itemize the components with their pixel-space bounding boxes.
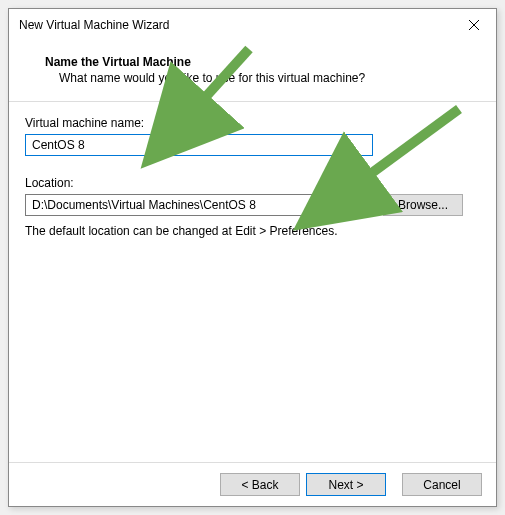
next-button[interactable]: Next > [306,473,386,496]
window-title: New Virtual Machine Wizard [19,18,462,32]
page-subtitle: What name would you like to use for this… [45,71,476,85]
close-button[interactable] [462,13,486,37]
location-input[interactable] [25,194,373,216]
location-label: Location: [25,176,480,190]
back-button[interactable]: < Back [220,473,300,496]
browse-button[interactable]: Browse... [383,194,463,216]
titlebar: New Virtual Machine Wizard [9,9,496,41]
vm-name-input[interactable] [25,134,373,156]
close-icon [469,20,479,30]
location-row: Browse... [25,194,480,216]
wizard-content: Virtual machine name: Location: Browse..… [9,102,496,462]
wizard-header: Name the Virtual Machine What name would… [9,41,496,101]
cancel-button[interactable]: Cancel [402,473,482,496]
page-title: Name the Virtual Machine [45,55,476,69]
button-bar: < Back Next > Cancel [9,462,496,506]
location-hint: The default location can be changed at E… [25,224,480,238]
vm-name-label: Virtual machine name: [25,116,480,130]
wizard-window: New Virtual Machine Wizard Name the Virt… [8,8,497,507]
